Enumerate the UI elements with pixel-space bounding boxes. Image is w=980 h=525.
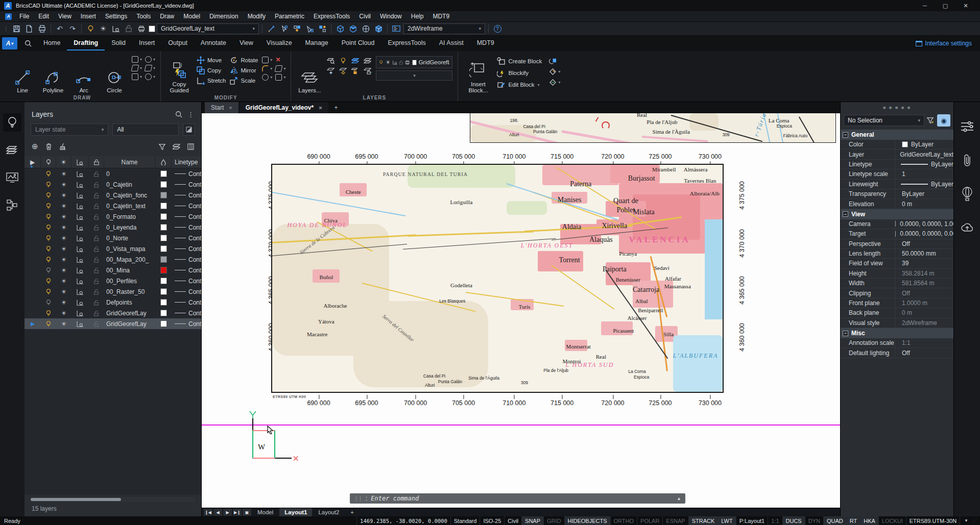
layer-combo[interactable]: GridGeorefLay_text▾	[157, 23, 259, 34]
layer-color-swatch[interactable]	[160, 170, 167, 177]
ribbon-search-icon[interactable]	[25, 40, 32, 47]
layer-unlock-icon[interactable]	[89, 233, 104, 243]
layout-tab[interactable]: Model	[252, 508, 278, 516]
match-properties-icon[interactable]	[266, 23, 277, 34]
layer-color-swatch[interactable]	[160, 256, 167, 263]
arc-tool[interactable]: Arc	[70, 54, 97, 94]
panel-drag-handle[interactable]: ■ ■ ■ ■ ■	[841, 102, 953, 113]
layer-vp-freeze-icon[interactable]	[71, 297, 89, 308]
status-toggle[interactable]: LWT	[718, 516, 735, 525]
move-tool[interactable]: Move	[197, 56, 226, 64]
layer-bulb-icon[interactable]	[41, 318, 56, 329]
undo-icon[interactable]: ↶	[54, 23, 65, 34]
layer-linetype[interactable]: Conti	[172, 243, 201, 254]
layer-vp-freeze-icon[interactable]	[71, 190, 89, 201]
close-tab-icon[interactable]: ×	[229, 105, 232, 111]
layout-tab[interactable]: Layout2	[313, 508, 344, 516]
ribbon-tab[interactable]: Point Cloud	[335, 36, 381, 51]
layer-stack-icon[interactable]	[3, 141, 21, 159]
layer-color-swatch[interactable]	[160, 278, 167, 284]
hot-air-balloon-icon[interactable]	[958, 185, 976, 203]
prev-layout-button[interactable]: ◀	[213, 509, 222, 516]
layer-bulb-icon[interactable]	[41, 286, 56, 297]
view-top-icon[interactable]	[334, 23, 346, 34]
layer-isolate-icon[interactable]	[351, 57, 360, 64]
ribbon-tab[interactable]: Output	[161, 36, 194, 51]
layer-vp-freeze-icon[interactable]	[71, 243, 89, 254]
view-orbit-icon[interactable]	[373, 23, 384, 34]
structure-panel-icon[interactable]	[317, 23, 328, 34]
layer-vp-freeze-icon[interactable]	[71, 254, 89, 265]
layer-row[interactable]: ▶ ☀ GridGeorefLay Conti	[25, 308, 201, 318]
layer-row[interactable]: ▶ ☀ 0_Cajetin_text Conti	[25, 201, 201, 211]
region-tool[interactable]: ▾	[132, 73, 142, 80]
status-toggle[interactable]: ISO-25	[480, 516, 504, 525]
menu-item[interactable]: Tools	[132, 12, 155, 21]
purge-layers-icon[interactable]	[59, 143, 66, 150]
layer-freeze-icon[interactable]: ☀	[56, 297, 71, 308]
layer-vp-freeze-icon[interactable]	[71, 168, 89, 179]
new-layout-button[interactable]: +	[345, 508, 359, 516]
status-toggle[interactable]: RT	[846, 516, 860, 525]
layer-row[interactable]: ▶ ☀ 00_Raster_50 Conti	[25, 286, 201, 297]
layer-color-swatch[interactable]	[160, 181, 167, 188]
selection-filter-combo[interactable]: No Selection▾	[844, 115, 924, 126]
layer-bulb-icon[interactable]	[41, 211, 56, 222]
property-row[interactable]: Lens length +50.0000 mm	[841, 249, 953, 259]
layer-row[interactable]: ▶ ☀ 00_Mina Conti	[25, 265, 201, 276]
view-iso-icon[interactable]	[360, 23, 371, 34]
delete-layer-icon[interactable]	[45, 143, 52, 150]
select-similar-icon[interactable]	[278, 23, 290, 34]
menu-item[interactable]: Modify	[243, 12, 270, 21]
layer-color-swatch[interactable]	[160, 235, 167, 241]
filter-invert-button[interactable]	[183, 123, 195, 136]
ribbon-tab[interactable]: Drafting	[67, 36, 105, 51]
layer-freeze-icon[interactable]: ☀	[56, 318, 71, 329]
ribbon-tab[interactable]: AI Assist	[433, 36, 470, 51]
status-toggle[interactable]: DYN	[805, 516, 823, 525]
layer-vp-freeze-icon[interactable]	[71, 179, 89, 190]
layer-filter-select[interactable]: All	[112, 123, 179, 136]
layer-on-bulb-icon[interactable]	[85, 23, 96, 34]
menu-item[interactable]: Window	[375, 12, 407, 21]
quick-filter-icon[interactable]	[927, 117, 935, 124]
settings-columns-icon[interactable]	[187, 143, 194, 150]
block-attribute-tool[interactable]	[549, 57, 560, 64]
collapse-icon[interactable]: −	[843, 211, 848, 217]
property-row[interactable]: Color +ByLayer	[841, 140, 953, 149]
menu-item[interactable]: Settings	[101, 12, 132, 21]
property-row[interactable]: Layer +GridGeorefLay_text	[841, 149, 953, 159]
layer-linetype[interactable]: Conti	[172, 265, 201, 276]
plot-icon[interactable]	[36, 23, 47, 34]
property-row[interactable]: Linetype +ByLayer	[841, 160, 953, 169]
map-viewport[interactable]: PARQUE NATURAL DEL TURIAChesteLoriguilla…	[271, 164, 724, 393]
layer-row[interactable]: ▶ ☀ 0_Cajetin Conti	[25, 179, 201, 190]
layer-color-swatch[interactable]	[160, 192, 167, 198]
status-toggle[interactable]: DUCS	[782, 516, 805, 525]
fillet-tool[interactable]: ▾	[262, 65, 272, 72]
status-toggle[interactable]: ESNAP	[662, 516, 688, 525]
layer-bulb-icon[interactable]	[41, 201, 56, 211]
collapse-icon[interactable]: −	[843, 132, 848, 138]
cloud-upload-icon[interactable]	[958, 218, 976, 237]
blockify-tool[interactable]: Blockify	[497, 69, 542, 77]
next-layout-button[interactable]: ▶	[223, 509, 232, 516]
layer-linetype[interactable]: Conti	[172, 179, 201, 190]
layer-freeze-icon[interactable]: ☀	[56, 265, 71, 276]
property-row[interactable]: Target +0.0000, 0.0000, 0.0000	[841, 229, 953, 239]
new-drawing-icon[interactable]	[23, 23, 35, 34]
menu-item[interactable]: File	[15, 12, 34, 21]
scrollbar-thumb[interactable]	[31, 498, 121, 501]
property-row[interactable]: Clipping +Off	[841, 288, 953, 298]
layer-linetype[interactable]: Conti	[172, 211, 201, 222]
status-toggle[interactable]: P:Layout1	[736, 516, 768, 525]
layer-row[interactable]: ▶ ☀ 00_Mapa_200_ Conti	[25, 254, 201, 265]
status-toggle[interactable]: SNAP	[521, 516, 543, 525]
layer-bulb-icon[interactable]	[41, 168, 56, 179]
select-entities-button[interactable]: ◉	[937, 114, 950, 127]
layer-color-swatch[interactable]	[160, 310, 167, 316]
menu-item[interactable]: Help	[407, 12, 428, 21]
delete-tool[interactable]: ✕	[275, 56, 285, 63]
layer-linetype[interactable]: Conti	[172, 254, 201, 265]
status-toggle[interactable]: ETRS89.UTM-30N	[906, 516, 960, 525]
